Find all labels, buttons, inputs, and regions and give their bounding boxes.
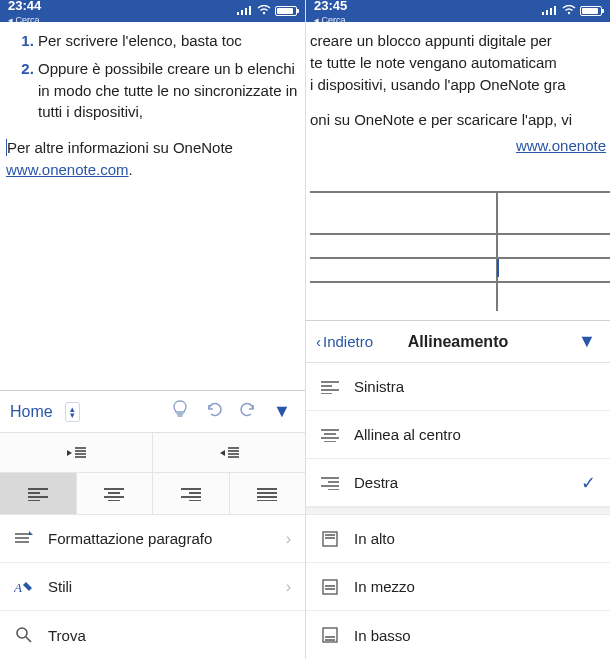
onenote-link[interactable]: www.onenote [516, 137, 606, 154]
svg-rect-2 [245, 8, 247, 15]
signal-icon [237, 4, 253, 18]
text-cursor [497, 259, 499, 277]
row-label: Formattazione paragrafo [48, 530, 212, 547]
align-bottom-row[interactable]: In basso [306, 611, 610, 659]
svg-rect-55 [323, 580, 337, 594]
screen-left: 23:44 ◂ Cerca Per scrivere l'elenco, bas… [0, 0, 305, 659]
svg-rect-36 [546, 10, 548, 15]
row-label: Stili [48, 578, 72, 595]
status-bar: 23:45 ◂ Cerca [306, 0, 610, 22]
signal-icon [542, 4, 558, 18]
align-justify-button[interactable] [229, 473, 306, 514]
align-right-icon [320, 476, 340, 490]
row-label: In alto [354, 530, 395, 547]
panel-header: Home ▴▾ ▼ [0, 391, 305, 433]
status-time: 23:44 [8, 0, 41, 13]
svg-rect-1 [241, 10, 243, 15]
ribbon-panel: Home ▴▾ ▼ [0, 390, 305, 659]
wifi-icon [257, 4, 271, 18]
status-bar: 23:44 ◂ Cerca [0, 0, 305, 22]
svg-rect-0 [237, 12, 239, 15]
paragraph-formatting-row[interactable]: Formattazione paragrafo › [0, 515, 305, 563]
collapse-caret-icon[interactable]: ▼ [574, 331, 600, 352]
text-line: oni su OneNote e per scaricare l'app, vi [310, 109, 610, 131]
checkmark-icon: ✓ [581, 472, 596, 494]
status-time: 23:45 [314, 0, 347, 13]
row-label: Sinistra [354, 378, 404, 395]
collapse-caret-icon[interactable]: ▼ [269, 401, 295, 422]
align-middle-icon [320, 579, 340, 595]
svg-rect-3 [249, 6, 251, 15]
chevron-right-icon: › [286, 578, 291, 596]
text-cursor: P [6, 139, 17, 156]
paragraph-format-icon [14, 531, 34, 547]
home-tab[interactable]: Home ▴▾ [10, 402, 80, 422]
alignment-panel: ‹ Indietro Allineamento ▼ Sinistra [306, 320, 610, 659]
screen-right: 23:45 ◂ Cerca creare un blocco appunti d… [305, 0, 610, 659]
align-right-row[interactable]: Destra ✓ [306, 459, 610, 507]
svg-point-39 [568, 12, 570, 14]
svg-point-4 [263, 12, 265, 14]
svg-rect-52 [323, 532, 337, 546]
find-row[interactable]: Trova [0, 611, 305, 659]
text-line: te tutte le note vengano automaticam [310, 52, 610, 74]
redo-icon[interactable] [235, 401, 261, 422]
align-left-icon [320, 380, 340, 394]
row-label: Allinea al centro [354, 426, 461, 443]
svg-point-33 [17, 628, 27, 638]
align-center-row[interactable]: Allinea al centro [306, 411, 610, 459]
chevron-left-icon: ‹ [316, 333, 321, 350]
indent-button[interactable] [152, 433, 305, 472]
text-line: creare un blocco appunti digitale per [310, 30, 610, 52]
status-icons [237, 4, 297, 18]
lightbulb-icon[interactable] [167, 400, 193, 423]
align-top-row[interactable]: In alto [306, 515, 610, 563]
onenote-link[interactable]: www.onenote.com [6, 161, 129, 178]
undo-icon[interactable] [201, 401, 227, 422]
row-label: In mezzo [354, 578, 415, 595]
indent-row [0, 433, 305, 473]
align-left-button[interactable] [0, 473, 76, 514]
svg-line-34 [26, 637, 31, 642]
outdent-button[interactable] [0, 433, 152, 472]
panel-header: ‹ Indietro Allineamento ▼ [306, 321, 610, 363]
list-item: Per scrivere l'elenco, basta toc [38, 30, 299, 52]
svg-rect-35 [542, 12, 544, 15]
table[interactable] [310, 191, 610, 311]
svg-text:A: A [14, 580, 22, 595]
align-left-row[interactable]: Sinistra [306, 363, 610, 411]
battery-icon [580, 6, 602, 16]
row-label: Trova [48, 627, 86, 644]
document-area[interactable]: Per scrivere l'elenco, basta toc Oppure … [0, 22, 305, 390]
status-icons [542, 4, 602, 18]
document-area[interactable]: creare un blocco appunti digitale per te… [306, 22, 610, 320]
align-right-button[interactable] [152, 473, 229, 514]
svg-rect-38 [554, 6, 556, 15]
list-item: Oppure è possibile creare un b elenchi i… [38, 58, 299, 123]
panel-title: Allineamento [408, 333, 508, 351]
battery-icon [275, 6, 297, 16]
align-middle-row[interactable]: In mezzo [306, 563, 610, 611]
align-bottom-icon [320, 627, 340, 643]
wifi-icon [562, 4, 576, 18]
svg-rect-37 [550, 8, 552, 15]
back-button[interactable]: ‹ Indietro [316, 333, 373, 350]
chevron-right-icon: › [286, 530, 291, 548]
search-icon [14, 626, 34, 644]
align-top-icon [320, 531, 340, 547]
tab-switch-icon[interactable]: ▴▾ [65, 402, 80, 422]
paragraph: Per altre informazioni su OneNote www.on… [6, 137, 299, 181]
row-label: In basso [354, 627, 411, 644]
align-center-icon [320, 428, 340, 442]
alignment-row [0, 473, 305, 515]
align-center-button[interactable] [76, 473, 153, 514]
styles-row[interactable]: A Stili › [0, 563, 305, 611]
row-label: Destra [354, 474, 398, 491]
styles-icon: A [14, 579, 34, 595]
text-line: i dispositivi, usando l'app OneNote gra [310, 74, 610, 96]
